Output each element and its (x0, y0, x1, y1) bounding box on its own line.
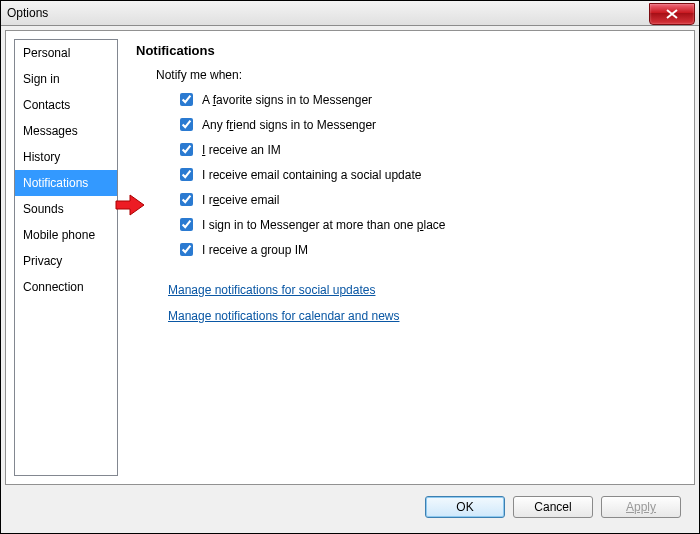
notify-checkbox[interactable] (180, 243, 193, 256)
sidebar-item-personal[interactable]: Personal (15, 40, 117, 66)
checkbox-label[interactable]: I receive email containing a social upda… (202, 168, 421, 182)
window-title: Options (7, 6, 48, 20)
notify-checkbox[interactable] (180, 218, 193, 231)
sidebar-item-sounds[interactable]: Sounds (15, 196, 117, 222)
sidebar-item-history[interactable]: History (15, 144, 117, 170)
content-panel: Notifications Notify me when: A favorite… (118, 39, 686, 476)
check-row: I receive a group IM (176, 240, 678, 259)
links-block: Manage notifications for social updatesM… (168, 277, 678, 329)
sidebar-item-notifications[interactable]: Notifications (15, 170, 117, 196)
check-row: Any friend signs in to Messenger (176, 115, 678, 134)
options-window: Options PersonalSign inContactsMessagesH… (0, 0, 700, 534)
sidebar-item-privacy[interactable]: Privacy (15, 248, 117, 274)
highlight-arrow-icon (114, 193, 148, 220)
checkbox-label[interactable]: I receive an IM (202, 143, 281, 157)
button-row: OK Cancel Apply (5, 485, 695, 529)
manage-link[interactable]: Manage notifications for social updates (168, 283, 375, 297)
manage-link[interactable]: Manage notifications for calendar and ne… (168, 309, 399, 323)
sidebar-item-contacts[interactable]: Contacts (15, 92, 117, 118)
apply-button: Apply (601, 496, 681, 518)
sidebar-item-sign-in[interactable]: Sign in (15, 66, 117, 92)
dialog-body: PersonalSign inContactsMessagesHistoryNo… (5, 30, 695, 485)
checkbox-label[interactable]: I sign in to Messenger at more than one … (202, 218, 446, 232)
notify-checkbox[interactable] (180, 168, 193, 181)
checkbox-list: A favorite signs in to MessengerAny frie… (176, 90, 678, 259)
notify-checkbox[interactable] (180, 143, 193, 156)
checkbox-label[interactable]: A favorite signs in to Messenger (202, 93, 372, 107)
notify-checkbox[interactable] (180, 193, 193, 206)
check-row: I receive an IM (176, 140, 678, 159)
check-row: I receive email containing a social upda… (176, 165, 678, 184)
checkbox-label[interactable]: I receive email (202, 193, 279, 207)
section-heading: Notifications (136, 43, 678, 58)
sidebar-item-connection[interactable]: Connection (15, 274, 117, 300)
intro-text: Notify me when: (156, 68, 678, 82)
ok-button[interactable]: OK (425, 496, 505, 518)
check-row: I sign in to Messenger at more than one … (176, 215, 678, 234)
close-button[interactable] (649, 3, 695, 25)
check-row: A favorite signs in to Messenger (176, 90, 678, 109)
sidebar-item-messages[interactable]: Messages (15, 118, 117, 144)
notify-checkbox[interactable] (180, 93, 193, 106)
cancel-button[interactable]: Cancel (513, 496, 593, 518)
sidebar-item-mobile-phone[interactable]: Mobile phone (15, 222, 117, 248)
category-sidebar: PersonalSign inContactsMessagesHistoryNo… (14, 39, 118, 476)
notify-checkbox[interactable] (180, 118, 193, 131)
titlebar: Options (1, 1, 699, 26)
close-icon (666, 9, 678, 19)
checkbox-label[interactable]: Any friend signs in to Messenger (202, 118, 376, 132)
check-row: I receive email (176, 190, 678, 209)
checkbox-label[interactable]: I receive a group IM (202, 243, 308, 257)
